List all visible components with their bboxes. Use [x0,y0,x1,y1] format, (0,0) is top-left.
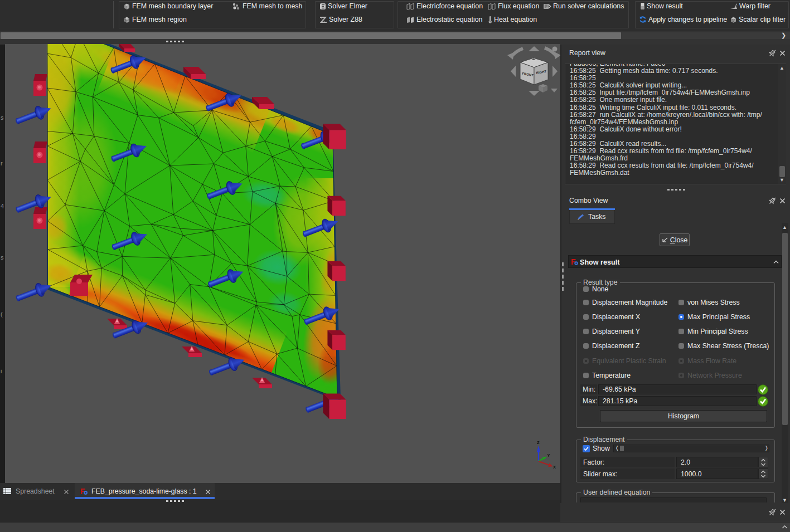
svg-text:Y: Y [547,453,550,458]
svg-text:Z: Z [537,440,540,445]
svg-text:X: X [553,465,556,470]
